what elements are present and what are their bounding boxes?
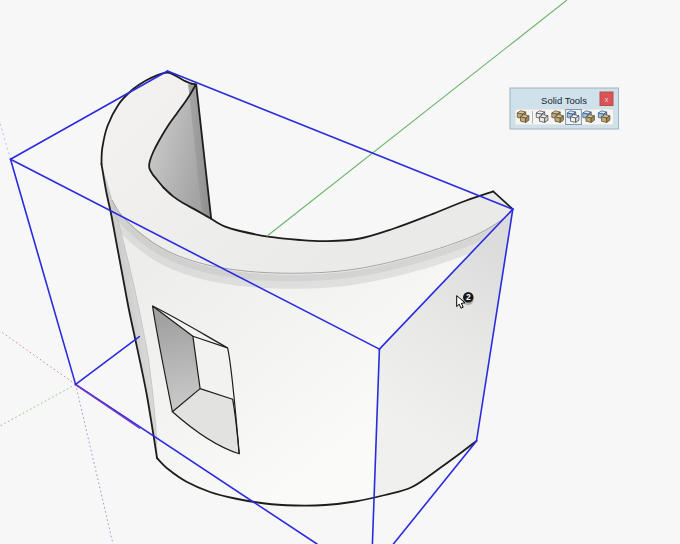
svg-text:Solid Tools: Solid Tools bbox=[541, 95, 587, 106]
svg-text:x: x bbox=[605, 96, 609, 103]
svg-text:2: 2 bbox=[466, 292, 471, 302]
